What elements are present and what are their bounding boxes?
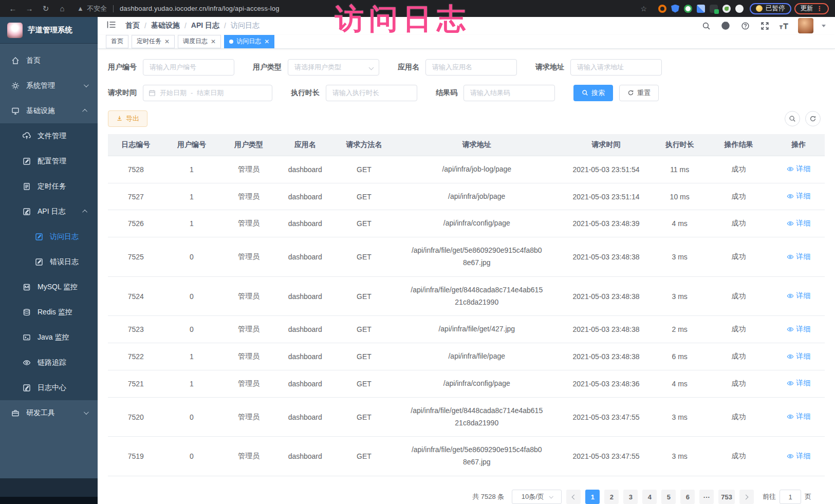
search-button[interactable]: 搜索	[573, 85, 613, 101]
app-name-input[interactable]	[425, 59, 517, 76]
column-header[interactable]: 应用名	[278, 134, 332, 156]
font-size-icon[interactable]: TT	[778, 20, 790, 31]
sidebar-item-scheduled-jobs[interactable]: 定时任务	[0, 174, 98, 199]
sidebar-item-mysql-monitor[interactable]: MySQL 监控	[0, 274, 98, 300]
detail-link[interactable]: 详细	[787, 452, 810, 461]
tab-schedule-log[interactable]: 调度日志 ✕	[178, 35, 221, 48]
column-header[interactable]: 操作结果	[704, 134, 772, 156]
breadcrumb-api-log[interactable]: API 日志	[191, 21, 219, 30]
column-header[interactable]: 日志编号	[108, 134, 164, 156]
export-button[interactable]: 导出	[108, 110, 147, 127]
next-page-button[interactable]	[739, 490, 754, 504]
sidebar-item-infra[interactable]: 基础设施	[0, 98, 98, 123]
date-range-picker[interactable]: 开始日期 - 结束日期	[143, 85, 272, 101]
caret-down-icon[interactable]	[822, 25, 826, 27]
column-header[interactable]: 用户编号	[164, 134, 220, 156]
paused-badge[interactable]: 已暂停	[750, 3, 791, 14]
sidebar-item-system[interactable]: 系统管理	[0, 73, 98, 98]
column-header[interactable]: 请求时间	[558, 134, 655, 156]
back-icon[interactable]: ←	[6, 2, 20, 15]
sidebar-item-config-manage[interactable]: 配置管理	[0, 148, 98, 174]
tab-home[interactable]: 首页	[106, 35, 128, 48]
detail-link[interactable]: 详细	[787, 252, 810, 262]
column-header[interactable]: 请求地址	[396, 134, 558, 156]
extension-icon[interactable]	[735, 5, 744, 13]
cell-method: GET	[332, 156, 396, 183]
address-bar[interactable]: ▲ 不安全 dashboard.yudao.iocoder.cn/infra/l…	[72, 2, 652, 16]
sidebar-item-access-log[interactable]: 访问日志	[0, 224, 98, 249]
column-header[interactable]: 操作	[772, 134, 825, 156]
page-size-select[interactable]: 10条/页	[512, 490, 562, 504]
sidebar-item-dev-tools[interactable]: 研发工具	[0, 400, 98, 425]
breadcrumb-infra[interactable]: 基础设施	[151, 21, 180, 30]
cell-result: 成功	[704, 397, 772, 437]
detail-link[interactable]: 详细	[787, 164, 810, 174]
user-avatar[interactable]	[798, 18, 813, 33]
home-icon[interactable]: ⌂	[55, 2, 69, 15]
close-icon[interactable]: ✕	[164, 39, 170, 45]
detail-link[interactable]: 详细	[787, 325, 810, 334]
column-header[interactable]: 用户类型	[219, 134, 278, 156]
sidebar-item-api-log[interactable]: API 日志	[0, 199, 98, 224]
page-button-4[interactable]: 4	[642, 490, 657, 504]
sidebar-item-file-manage[interactable]: 文件管理	[0, 123, 98, 148]
forward-icon[interactable]: →	[23, 2, 36, 15]
hamburger-icon[interactable]	[107, 21, 116, 31]
detail-link[interactable]: 详细	[787, 192, 810, 201]
logo[interactable]: 芋道管理系统	[0, 17, 98, 44]
request-url-input[interactable]	[570, 59, 662, 76]
sidebar-item-java-monitor[interactable]: Java 监控	[0, 325, 98, 350]
sidebar-item-tracing[interactable]: 链路追踪	[0, 350, 98, 375]
user-type-select[interactable]: 请选择用户类型	[288, 59, 379, 76]
page-button-3[interactable]: 3	[623, 490, 638, 504]
breadcrumb-home[interactable]: 首页	[125, 21, 140, 30]
goto-page-input[interactable]	[780, 490, 801, 504]
sidebar-item-log-center[interactable]: 日志中心	[0, 375, 98, 400]
detail-link[interactable]: 详细	[787, 219, 810, 228]
reload-icon[interactable]: ↻	[39, 2, 52, 15]
prev-page-button[interactable]	[566, 490, 581, 504]
extension-icon[interactable]	[722, 5, 731, 13]
close-icon[interactable]: ✕	[264, 39, 269, 45]
page-button-2[interactable]: 2	[604, 490, 619, 504]
reset-button[interactable]: 重置	[619, 85, 659, 101]
detail-link[interactable]: 详细	[787, 291, 810, 301]
more-pages-button[interactable]: ···	[699, 490, 714, 504]
fullscreen-icon[interactable]	[759, 20, 770, 31]
extension-icon[interactable]	[697, 5, 705, 13]
kebab-menu-icon[interactable]: ⋮	[817, 5, 823, 12]
help-icon[interactable]	[739, 20, 751, 31]
extension-icon[interactable]	[684, 5, 692, 13]
detail-link[interactable]: 详细	[787, 412, 810, 421]
page-button-5[interactable]: 5	[661, 490, 676, 504]
close-icon[interactable]: ✕	[211, 39, 216, 45]
detail-link[interactable]: 详细	[787, 352, 810, 361]
result-code-input[interactable]	[463, 85, 555, 101]
toggle-search-button[interactable]	[785, 111, 800, 126]
page-button-6[interactable]: 6	[680, 490, 695, 504]
sidebar-item-home[interactable]: 首页	[0, 48, 98, 73]
cell-result: 成功	[704, 437, 772, 476]
page-button-753[interactable]: 753	[718, 490, 735, 504]
extension-icon[interactable]	[671, 5, 679, 13]
security-warning[interactable]: ▲ 不安全	[77, 4, 107, 13]
refresh-button[interactable]	[805, 111, 821, 126]
extension-icon[interactable]	[658, 5, 666, 13]
update-label: 更新	[801, 4, 813, 13]
tab-access-log[interactable]: 访问日志 ✕	[224, 35, 274, 48]
user-id-input[interactable]	[143, 59, 234, 76]
tab-scheduled-jobs[interactable]: 定时任务 ✕	[132, 35, 175, 48]
page-button-1[interactable]: 1	[585, 490, 600, 504]
sidebar-item-error-log[interactable]: 错误日志	[0, 249, 98, 274]
github-icon[interactable]	[720, 20, 731, 31]
duration-input[interactable]	[326, 85, 417, 101]
search-icon[interactable]	[700, 20, 712, 31]
detail-link[interactable]: 详细	[787, 379, 810, 388]
extension-icon[interactable]	[710, 5, 718, 13]
sidebar-item-redis-monitor[interactable]: Redis 监控	[0, 300, 98, 325]
update-button[interactable]: 更新 ⋮	[794, 3, 829, 14]
column-header[interactable]: 请求方法名	[332, 134, 396, 156]
cell-duration: 10 ms	[655, 183, 704, 210]
column-header[interactable]: 执行时长	[655, 134, 704, 156]
bookmark-star-icon[interactable]: ☆	[640, 5, 647, 13]
